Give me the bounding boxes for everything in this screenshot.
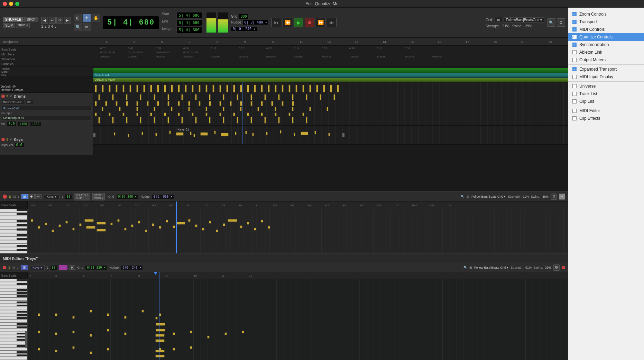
keys-rec-btn[interactable] <box>1 138 5 141</box>
track-num-5[interactable]: 5 <box>55 25 57 28</box>
midi2-grid-btn[interactable]: === <box>59 265 67 270</box>
midi2-more-btn[interactable]: ▶ <box>70 265 75 270</box>
keys-vol-value[interactable]: 0.0 <box>15 142 24 147</box>
drums-insert[interactable]: GrooveCell <box>1 106 92 111</box>
midi-grid-value[interactable]: 0|0| 240 ▾ <box>116 194 138 199</box>
zoom-tool[interactable]: 🔍 <box>74 23 82 31</box>
trim-tool[interactable]: ✚ <box>83 14 91 22</box>
midi-mute-btn[interactable]: M <box>13 195 16 198</box>
svg-rect-320 <box>17 317 28 319</box>
pencil-tool[interactable]: ✏ <box>83 23 91 31</box>
keys-solo-btn[interactable]: S <box>6 138 8 141</box>
slip-button[interactable]: SLIP <box>3 23 15 28</box>
midi2-instrument[interactable]: Keys ▾ <box>30 265 45 270</box>
minimize-button[interactable] <box>9 2 13 6</box>
drums-pan-l[interactable]: +100 <box>18 122 29 126</box>
track-num-2[interactable]: 2 <box>45 25 47 28</box>
midi-solo-btn[interactable]: S <box>9 195 11 198</box>
menu-midi-input-display[interactable]: MIDI Input Display <box>568 73 644 81</box>
menu-universe[interactable]: Universe <box>568 82 644 90</box>
midi2-rec[interactable] <box>3 266 6 269</box>
drums-mute-btn[interactable]: M <box>10 94 12 98</box>
midi-pencil-tool[interactable]: ✏ <box>35 194 42 199</box>
drums-solo-btn[interactable]: S <box>6 94 8 98</box>
pre-roll-value[interactable]: 0| 0| 480 ▾ <box>242 20 269 25</box>
rewind-button[interactable]: ⏪ <box>283 18 292 27</box>
midi2-settings[interactable]: ⚙ <box>553 264 560 271</box>
grid-value[interactable]: 800 <box>239 14 249 19</box>
shuffle-button[interactable]: SHUFFLE <box>3 17 24 22</box>
midi-follow-label[interactable]: Follow Bars|Beats Grid ▾ <box>471 195 506 198</box>
midi2-mode-btn[interactable]: ||| <box>21 265 28 270</box>
go-start-button[interactable]: ⏮ <box>272 18 281 27</box>
midi2-search[interactable]: 🔍 <box>463 266 467 269</box>
main-counter[interactable]: 5| 4| 680 <box>103 16 159 29</box>
search-button[interactable]: 🔍 <box>547 18 555 27</box>
drums-pan-r[interactable]: +100 <box>30 122 41 126</box>
midi-trim-tool[interactable]: ✚ <box>28 194 35 199</box>
go-end-button[interactable]: ⏭ <box>327 18 337 27</box>
menu-output-meters[interactable]: Output Meters <box>568 56 644 64</box>
menu-zoom-controls[interactable]: Zoom Controls <box>568 10 644 18</box>
midi2-follow[interactable]: Follow Bars|Beats Grid ▾ <box>474 266 508 269</box>
midi2-grid-value[interactable]: 0|0| 320 ▾ <box>85 265 107 270</box>
midi2-solo[interactable]: S <box>8 266 10 269</box>
close-button[interactable] <box>3 2 7 6</box>
drums-vol-value[interactable]: 0.0 <box>7 121 17 126</box>
play-button[interactable]: ▶ <box>294 18 303 27</box>
drums-output[interactable]: MainOutputL/R <box>1 116 92 120</box>
midi-bpm[interactable]: 80 <box>65 194 72 199</box>
svg-rect-267 <box>138 221 140 223</box>
midi-settings-btn[interactable]: ⚙ <box>551 194 557 200</box>
midi-rec-btn[interactable] <box>3 195 7 199</box>
teal-arrangement-bar: Default: 4/4 <box>93 73 568 78</box>
grid-dropdown[interactable]: GRID ▾ <box>16 23 30 28</box>
expanded-transport-label: Expanded Transport <box>579 67 617 72</box>
midi-shuffle[interactable]: SHUFFLESLIP <box>74 193 90 200</box>
midi2-nudge-value[interactable]: 0|0| 240 ▾ <box>121 265 143 270</box>
grid-settings-value[interactable]: ⊞ <box>495 17 502 23</box>
menu-clip-list[interactable]: Clip List <box>568 98 644 105</box>
midi2-bpm[interactable]: 80 <box>50 265 57 270</box>
drums-rec-btn[interactable] <box>1 94 5 98</box>
midi-select-tool[interactable]: ⊞ <box>21 194 28 199</box>
menu-midi-controls[interactable]: MIDI Controls <box>568 26 644 33</box>
menu-synchronization[interactable]: Synchronization <box>568 41 644 48</box>
svg-rect-271 <box>166 220 168 222</box>
menu-transport[interactable]: Transport <box>568 18 644 26</box>
menu-expanded-transport[interactable]: Expanded Transport <box>568 65 644 73</box>
keys-mute-btn[interactable]: M <box>10 138 12 141</box>
track-num-4[interactable]: 4 <box>51 25 53 28</box>
midi-spot[interactable]: SPOTGRID ▾ <box>92 193 105 200</box>
menu-clip-effects[interactable]: Clip Effects <box>568 115 644 122</box>
prev-button[interactable]: ◀ <box>41 17 48 24</box>
midi-instrument-keys[interactable]: Keys ▾ <box>44 194 59 199</box>
midi2-close-dot[interactable] <box>562 266 565 269</box>
length-counter[interactable]: 5| 4| 680 <box>176 27 202 33</box>
midi2-mute[interactable]: M <box>12 266 15 269</box>
midi-close-btn[interactable]: − <box>559 194 565 200</box>
start-counter[interactable]: 5| 4| 680 <box>176 12 202 19</box>
midi-nudge-value[interactable]: 0|1| 000 ▾ <box>152 194 174 199</box>
track-num-3[interactable]: 3 <box>48 25 50 28</box>
record-button[interactable]: ⏺ <box>305 18 314 27</box>
menu-midi-editor[interactable]: MIDI Editor <box>568 107 644 115</box>
menu-ableton-link[interactable]: Ableton Link <box>568 48 644 56</box>
next-button[interactable]: ▶ <box>64 17 71 24</box>
post-roll-value[interactable]: 0| 0| 240 ▾ <box>231 26 257 32</box>
follow-bars-beats[interactable]: FollowBars|BeatsGrid ▾ <box>504 17 544 22</box>
midi-search-icon[interactable]: 🔍 <box>461 195 464 198</box>
menu-quantize-controls[interactable]: ✓ Quantize Controls <box>568 33 644 41</box>
maximize-button[interactable] <box>15 2 19 6</box>
menu-track-list[interactable]: Track List <box>568 90 644 98</box>
forward-button[interactable]: ⟳ <box>56 17 63 24</box>
fast-forward-button[interactable]: ⏩ <box>316 18 325 27</box>
window-controls[interactable] <box>3 2 19 6</box>
settings-button[interactable]: ⚙ <box>557 18 565 27</box>
track-num-1[interactable]: 1 <box>41 25 43 28</box>
select-tool[interactable]: ⊞ <box>74 14 82 22</box>
end-counter[interactable]: 5| 4| 680 <box>176 19 202 26</box>
spot-button[interactable]: SPOT <box>24 17 38 22</box>
back-button[interactable]: ↩ <box>49 17 56 24</box>
hand-tool[interactable]: ✋ <box>92 14 100 22</box>
